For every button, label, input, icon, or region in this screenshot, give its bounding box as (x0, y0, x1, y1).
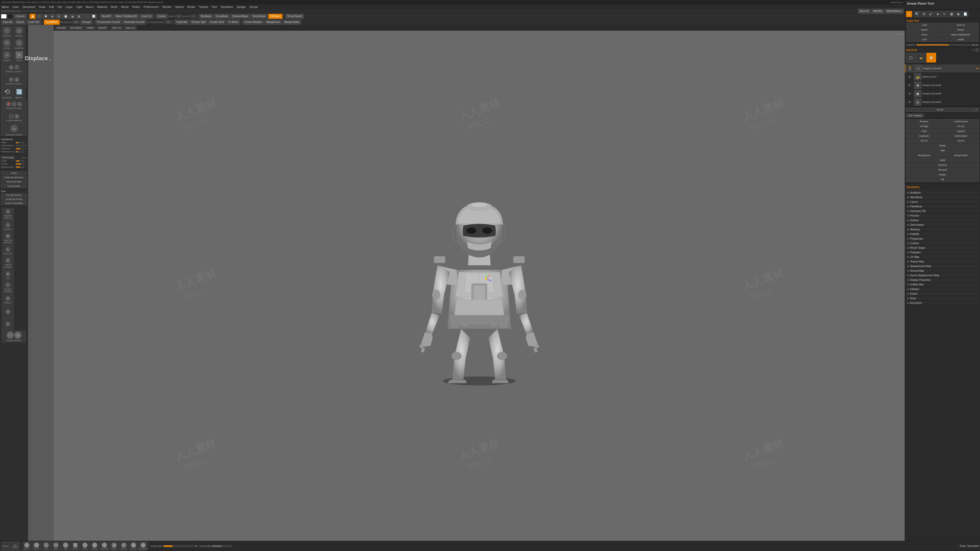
tool-clipset[interactable]: ✕ Clipset (51, 541, 60, 551)
tool-frim-dal[interactable]: ⊡ frim_dal (119, 541, 128, 551)
show-pt-input[interactable] (191, 14, 196, 18)
geo-vector-displacement[interactable]: ▶ Vector Displacement Map (906, 273, 979, 278)
geo-nanomesh[interactable]: ▶ NanoMesh (906, 195, 979, 200)
tb3[interactable]: ⬣ (43, 14, 49, 19)
freeze-borders-btn[interactable]: Freeze Borders (243, 20, 264, 25)
inflate-dots[interactable]: ··· (25, 141, 27, 144)
weld-btn[interactable]: Weld (906, 158, 979, 162)
rp-texture-icon[interactable]: ▦ (948, 11, 955, 17)
subtool-item-merged852[interactable]: ◉ Merged_Extract85 (905, 89, 980, 98)
list-all-btn[interactable]: List All (906, 108, 974, 112)
geo-masking[interactable]: ▶ Masking (906, 227, 979, 232)
duplicate-btn2[interactable]: Duplicate (906, 134, 942, 138)
rp-mesh-icon[interactable]: ⬡ (906, 11, 912, 17)
menu-texture[interactable]: Texture (199, 5, 208, 8)
viewport[interactable]: 人人素材 RRCG 人人素材 RRCG 人人素材 RRCG 人人素材 RRCG … (54, 30, 905, 541)
tool-hpulish2[interactable]: ◑ hPulish (110, 541, 119, 551)
tool-wer-masher[interactable]: ⚙ Wer_Masher (138, 541, 148, 551)
mergedown-btn[interactable]: MergeDown (906, 153, 942, 157)
brush-size-slider[interactable] (163, 545, 194, 547)
menu-preferences[interactable]: Preferences (144, 5, 159, 8)
dam-nu-btn[interactable]: Dam_Nu (110, 26, 123, 30)
dynamesh-btn[interactable]: DynaMesh (44, 20, 60, 25)
extract-btn[interactable]: Extract (156, 14, 167, 19)
tb4[interactable]: ◈ (49, 14, 55, 19)
fx-mesh-btn[interactable]: Fx Mesh (227, 20, 240, 25)
subtool-item-merged85[interactable]: ◈ Merged_Extract85 (905, 81, 980, 89)
rp-brush-icon[interactable]: 🖌 (928, 11, 934, 17)
diversity-btn[interactable]: Diversity (55, 26, 68, 30)
size-by-features-btn[interactable]: Size By Features (1, 193, 27, 197)
lazymouse-dots[interactable]: ··· (25, 138, 27, 141)
geo-texture-map[interactable]: ▶ Texture Map (906, 259, 979, 264)
dam-su-btn[interactable]: Dam_Su (124, 26, 137, 30)
fillobject-btn[interactable]: FillObject (268, 14, 283, 19)
tool-selvyft[interactable]: S Selvy_ft (2, 294, 14, 306)
geo-unified-skin[interactable]: ▶ Unified Skin (906, 283, 979, 287)
subtool-item-military[interactable]: 🚁 Military Drone (905, 73, 980, 81)
geo-visibility[interactable]: ▶ Visibility (906, 232, 979, 237)
del-ch-btn[interactable]: Del Ch (906, 139, 942, 143)
tool-leschi[interactable]: L LES_CH. (2, 245, 14, 257)
menu-stencil[interactable]: Stencil (175, 5, 183, 8)
rp-material-icon[interactable]: ◉ (955, 11, 961, 17)
del-all-btn[interactable]: Del All (943, 139, 979, 143)
tool-modsel[interactable]: ◻ ModSel. (13, 26, 25, 38)
mirror-weld-btn[interactable]: Mirror And Weld (1, 180, 27, 183)
inflate-balloon-slider[interactable] (16, 145, 27, 146)
reverse-btn[interactable]: Reverse (906, 163, 979, 167)
geo-uv-map[interactable]: ▶ UV Map (906, 255, 979, 259)
auto-collapse-btn[interactable]: Auto Collapse (906, 114, 924, 118)
tool-curvesc2[interactable]: ⌣ ∪ CurveSc.Curvesc. (1, 75, 27, 87)
tool-cha[interactable]: ◈ Cha (2, 269, 14, 281)
delete-btn[interactable]: Delete (906, 144, 979, 148)
menu-transform[interactable]: Transform (220, 5, 233, 8)
subtool-item-merged80[interactable]: 👁 ⬡ Merged_Extract80 (905, 64, 980, 73)
tool-curvepinshw[interactable]: 📌 ↕ ↔ CurveTo Pin Shw (1, 100, 27, 111)
menu-layer[interactable]: Layer (65, 5, 73, 8)
groups-loops-slider[interactable] (16, 166, 24, 168)
groups-by-groups-btn[interactable]: Groups By Groups (1, 197, 27, 201)
saveas-btn2[interactable]: Save As (943, 23, 979, 27)
tool-maskbrsh[interactable]: ⬡ MaskBrsh (13, 38, 25, 50)
autorenamer-btn[interactable]: AutoRenamer (943, 119, 979, 124)
showpt-btn[interactable]: ShowPt (97, 26, 108, 30)
tool-hpolish[interactable]: ◐ hPolish (90, 541, 99, 551)
move-el-btn[interactable]: Move El (858, 9, 870, 14)
decimate-btn[interactable]: Decimate Current (123, 20, 146, 25)
geo-normal-map[interactable]: ▶ Normal Map (906, 268, 979, 273)
decimation-input[interactable] (164, 21, 172, 24)
groups-visible-btn[interactable]: GroupsVisible (1, 184, 27, 188)
list-expand-btn[interactable]: + (974, 107, 979, 112)
append-btn[interactable]: Append (943, 129, 979, 133)
grid-btn[interactable]: Grid (907, 38, 942, 41)
geo-export[interactable]: ▶ Export (906, 292, 979, 296)
st-thumb-1[interactable]: ⬡ (906, 53, 916, 62)
geo-contact[interactable]: ▶ Contact (906, 241, 979, 246)
menu-document[interactable]: Document (22, 5, 35, 8)
rp-search-icon[interactable]: 🔍 (914, 11, 920, 17)
tool-imm[interactable]: 🔢 IMM Sc. (13, 87, 25, 99)
menu-stroke[interactable]: Stroke (187, 5, 195, 8)
crease-slider[interactable] (16, 163, 24, 165)
st-thumb-2[interactable]: 🚁 (916, 53, 926, 62)
rename-btn[interactable]: Rename (906, 119, 942, 124)
deformation-btn[interactable]: Deformation (943, 134, 979, 138)
tb5[interactable]: ◎ (56, 14, 62, 19)
geo-display-properties[interactable]: ▶ Display Properties (906, 278, 979, 283)
geo-deformation[interactable]: ▶ Deformation (906, 223, 979, 227)
all-high-btn[interactable]: All High (906, 124, 942, 128)
all-low-btn[interactable]: All Low (943, 124, 979, 128)
fill-btn[interactable]: Fill (906, 178, 979, 182)
delete-symmetry-btn[interactable]: Delete By Symmetry (1, 176, 27, 179)
menu-macro[interactable]: Macro (86, 5, 94, 8)
save-as-btn[interactable]: Save As (1, 20, 14, 25)
geo-initialize[interactable]: ▶ Initialize (906, 287, 979, 292)
make-polymesh-btn2[interactable]: Make PolyMesh3D (943, 33, 979, 37)
geo-polygroups[interactable]: ▶ Polygroups (906, 237, 979, 241)
storebt-btn[interactable]: StoreMT (100, 14, 113, 19)
rp-stroke-icon[interactable]: ✏ (942, 11, 948, 17)
rp-alpha-icon[interactable]: ◈ (935, 11, 941, 17)
remesh-btn[interactable]: Remesh (906, 168, 979, 172)
geo-polypaint[interactable]: ▶ Polypaint (906, 250, 979, 255)
